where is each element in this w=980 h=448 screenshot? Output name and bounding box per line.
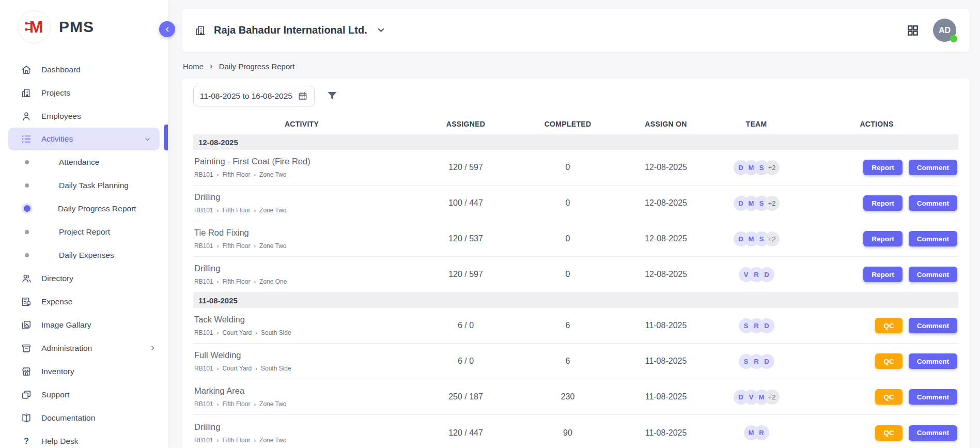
assign-on-value: 11-08-2025	[614, 357, 718, 366]
bullet-icon	[25, 253, 29, 257]
qc-button[interactable]: QC	[875, 353, 902, 369]
book-icon	[21, 412, 32, 424]
sidebar-item-administration[interactable]: Administration	[0, 336, 168, 360]
assigned-value: 120 / 597	[410, 163, 521, 172]
bullet-icon	[24, 205, 30, 212]
calendar-icon[interactable]	[298, 91, 308, 101]
column-header-assign-on: ASSIGN ON	[614, 120, 718, 128]
sidebar-item-daily-task-planning[interactable]: Daily Task Planning	[0, 174, 168, 197]
date-range-input[interactable]: 11-08-2025 to 16-08-2025	[193, 86, 315, 106]
completed-value: 0	[521, 234, 614, 243]
sidebar-collapse-button[interactable]	[159, 21, 175, 37]
sidebar-item-label: Administration	[41, 344, 92, 353]
sidebar-item-expense[interactable]: Expense	[0, 290, 168, 313]
comment-button[interactable]: Comment	[909, 231, 957, 246]
team-cell: VRD	[718, 267, 795, 282]
image-icon	[21, 319, 32, 331]
sidebar-item-documentation[interactable]: Documentation	[0, 406, 168, 429]
sidebar-item-daily-progress-report[interactable]: Daily Progress Report	[0, 197, 168, 220]
completed-value: 0	[521, 270, 614, 279]
chevron-right-icon: ›	[255, 365, 257, 372]
assigned-value: 6 / 0	[410, 321, 521, 330]
comment-button[interactable]: Comment	[909, 195, 957, 211]
sidebar-item-label: Documentation	[41, 413, 95, 423]
assigned-value: 120 / 597	[410, 270, 521, 279]
sidebar-item-label: Activities	[41, 134, 73, 144]
chevron-right-icon	[149, 344, 157, 352]
actions-cell: ReportComment	[795, 160, 958, 175]
assign-on-value: 12-08-2025	[614, 198, 718, 208]
company-selector[interactable]: Raja Bahadur International Ltd.	[194, 24, 385, 37]
sidebar-item-activities[interactable]: Activities	[8, 128, 160, 150]
filter-icon[interactable]	[326, 90, 338, 102]
team-avatar-overflow[interactable]: +2	[765, 231, 780, 246]
chevron-right-icon: ›	[217, 437, 219, 443]
company-name: Raja Bahadur International Ltd.	[214, 24, 367, 36]
comment-button[interactable]: Comment	[909, 160, 957, 175]
chevron-right-icon: ›	[254, 243, 256, 249]
actions-cell: ReportComment	[795, 195, 958, 211]
completed-value: 6	[521, 357, 614, 366]
activity-title: Tie Rod Fixing	[194, 228, 410, 238]
team-avatar-overflow[interactable]: +2	[765, 160, 780, 175]
sidebar-item-projects[interactable]: Projects	[0, 81, 168, 104]
chevron-right-icon: ›	[217, 207, 219, 213]
sidebar-item-label: Daily Task Planning	[59, 181, 129, 190]
sidebar-item-support[interactable]: Support	[0, 383, 168, 406]
report-button[interactable]: Report	[863, 267, 903, 282]
team-avatar-overflow[interactable]: +2	[765, 196, 780, 211]
actions-cell: QCComment	[795, 353, 958, 369]
actions-cell: QCComment	[795, 425, 958, 441]
comment-button[interactable]: Comment	[909, 389, 957, 405]
sidebar-item-help-desk[interactable]: ?Help Desk	[0, 429, 168, 448]
table-row: Painting - First Coat (Fire Red)RB101›Fi…	[193, 150, 958, 186]
qc-button[interactable]: QC	[875, 318, 902, 333]
home-icon	[21, 64, 32, 75]
sidebar-item-project-report[interactable]: Project Report	[0, 220, 168, 243]
completed-value: 230	[521, 392, 614, 401]
activity-path: RB101›Fifth Floor›Zone Two	[194, 171, 410, 178]
users-icon	[21, 273, 32, 284]
assigned-value: 250 / 187	[410, 392, 521, 401]
sidebar-item-image-gallary[interactable]: Image Gallary	[0, 313, 168, 336]
comment-button[interactable]: Comment	[909, 353, 957, 369]
sidebar-item-daily-expenses[interactable]: Daily Expenses	[0, 243, 168, 267]
chevron-right-icon: ›	[217, 279, 219, 285]
assigned-value: 6 / 0	[410, 357, 521, 366]
team-cell: MR	[718, 425, 795, 440]
progress-table: ACTIVITYASSIGNEDCOMPLETEDASSIGN ONTEAMAC…	[193, 114, 958, 448]
report-button[interactable]: Report	[863, 231, 903, 246]
brand-title: PMS	[59, 18, 94, 36]
company-building-icon	[194, 24, 207, 37]
user-menu[interactable]: AD	[933, 19, 956, 42]
sidebar-item-directory[interactable]: Directory	[0, 267, 168, 290]
report-button[interactable]: Report	[863, 195, 903, 211]
sidebar-item-employees[interactable]: Employees	[0, 104, 168, 128]
archive-icon	[21, 343, 32, 354]
qc-button[interactable]: QC	[875, 425, 902, 441]
sidebar-item-label: Directory	[41, 274, 73, 283]
column-header-completed: COMPLETED	[521, 120, 614, 128]
comment-button[interactable]: Comment	[909, 318, 957, 333]
assign-on-value: 12-08-2025	[614, 234, 718, 243]
report-button[interactable]: Report	[863, 160, 903, 175]
breadcrumb-home[interactable]: Home	[183, 62, 204, 71]
sidebar-item-inventory[interactable]: Inventory	[0, 360, 168, 383]
comment-button[interactable]: Comment	[909, 267, 957, 282]
top-bar-right: AD	[906, 19, 956, 42]
chevron-right-icon: ›	[254, 437, 256, 443]
apps-grid-icon[interactable]	[906, 24, 920, 37]
qc-button[interactable]: QC	[875, 389, 902, 405]
actions-cell: ReportComment	[795, 267, 958, 282]
team-avatar-overflow[interactable]: +2	[765, 390, 780, 405]
team-cell: DMS+2	[718, 160, 795, 175]
sidebar-item-label: Help Desk	[41, 437, 79, 446]
sidebar-item-attendance[interactable]: Attendance	[0, 150, 168, 174]
user-icon	[21, 111, 32, 122]
sidebar-item-dashboard[interactable]: Dashboard	[0, 58, 168, 81]
sidebar-item-label: Attendance	[59, 158, 99, 167]
comment-button[interactable]: Comment	[909, 425, 957, 441]
activity-title: Drilling	[194, 264, 410, 273]
chevron-right-icon: ›	[217, 401, 219, 407]
activity-path: RB101›Fifth Floor›Zone Two	[194, 437, 410, 444]
